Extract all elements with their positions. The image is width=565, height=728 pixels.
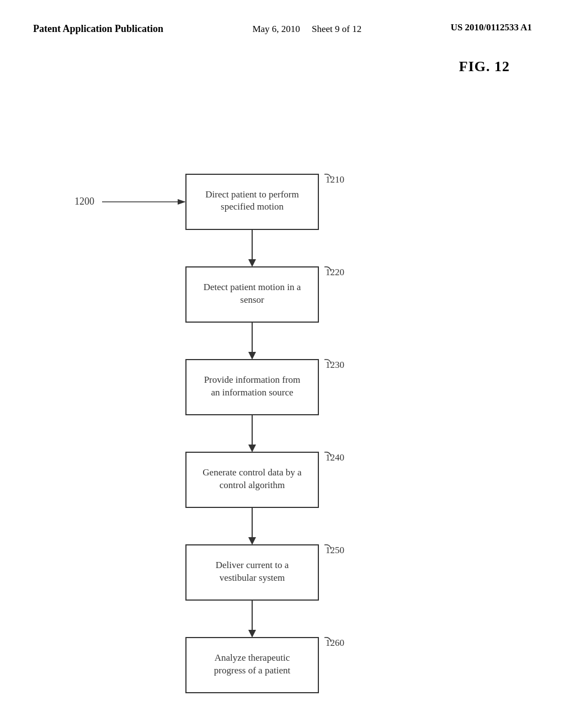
publication-label: Patent Application Publication [33, 22, 163, 36]
box1260-text-line2: progress of a patient [214, 665, 291, 676]
box1250-text-line1: Deliver current to a [216, 560, 289, 570]
diagram-main-label: 1200 [74, 196, 94, 207]
arrowhead-1-2 [248, 259, 256, 267]
box1250-text-line2: vestibular system [220, 572, 285, 583]
box1230-text-line1: Provide information from [204, 374, 301, 385]
label-1250: 1250 [326, 545, 344, 555]
label-1220: 1220 [326, 267, 344, 277]
figure-title: FIG. 12 [0, 58, 565, 75]
label-1210: 1210 [326, 174, 344, 185]
box1240-text-line2: control algorithm [220, 480, 285, 490]
patent-number-label: US 2010/0112533 A1 [451, 22, 532, 33]
label-1260: 1260 [326, 638, 344, 648]
box1220-text-line2: sensor [240, 295, 264, 305]
box1230-text-line2: an information source [211, 387, 293, 398]
box1240-text-line1: Generate control data by a [202, 467, 302, 478]
date-sheet-label: May 6, 2010 Sheet 9 of 12 [252, 22, 361, 36]
box1260-text-line1: Analyze therapeutic [215, 652, 290, 663]
flowchart-container: 1200 Direct patient to perform specified… [0, 86, 565, 722]
box1220-text-line1: Detect patient motion in a [204, 282, 301, 292]
label-1240: 1240 [326, 452, 344, 463]
box1210-text-line1: Direct patient to perform [205, 189, 299, 200]
page-header: Patent Application Publication May 6, 20… [0, 0, 565, 36]
arrowhead-2-3 [248, 352, 256, 360]
box1210-text-line2: specified motion [221, 201, 284, 212]
arrowhead-5-6 [248, 630, 256, 638]
flowchart-svg: 1200 Direct patient to perform specified… [0, 86, 565, 720]
sheet-label: Sheet 9 of 12 [312, 24, 361, 34]
arrowhead-4-5 [248, 537, 256, 545]
label-1230: 1230 [326, 360, 344, 370]
date-label: May 6, 2010 [252, 24, 300, 34]
arrowhead-3-4 [248, 445, 256, 452]
